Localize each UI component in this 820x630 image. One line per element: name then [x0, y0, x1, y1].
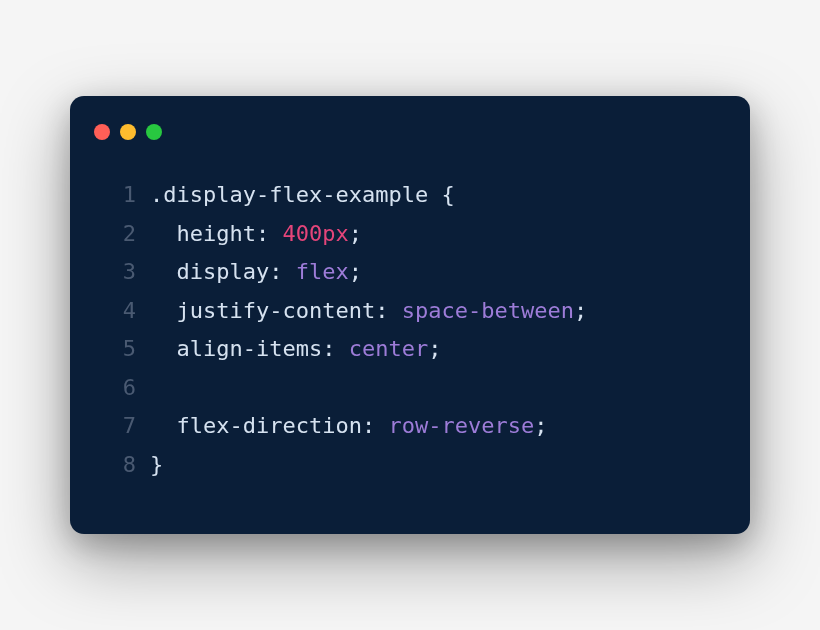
code-content: justify-content: space-between; [150, 292, 587, 331]
line-number: 2 [100, 215, 136, 254]
code-token [150, 413, 177, 438]
line-number: 4 [100, 292, 136, 331]
zoom-icon[interactable] [146, 124, 162, 140]
code-token [150, 259, 177, 284]
code-token: 400px [282, 221, 348, 246]
code-token: space-between [402, 298, 574, 323]
code-token: : [375, 298, 402, 323]
code-token: : [256, 221, 283, 246]
line-number: 8 [100, 446, 136, 485]
code-token: ; [428, 336, 441, 361]
close-icon[interactable] [94, 124, 110, 140]
line-number: 1 [100, 176, 136, 215]
code-token: .display-flex-example [150, 182, 441, 207]
code-editor-window: 1.display-flex-example {2 height: 400px;… [70, 96, 750, 534]
code-token: : [322, 336, 349, 361]
minimize-icon[interactable] [120, 124, 136, 140]
code-line: 1.display-flex-example { [100, 176, 720, 215]
code-token: justify-content [177, 298, 376, 323]
line-number: 5 [100, 330, 136, 369]
code-token: display [177, 259, 270, 284]
code-token: ; [534, 413, 547, 438]
code-content: flex-direction: row-reverse; [150, 407, 547, 446]
code-token: flex [296, 259, 349, 284]
code-content: display: flex; [150, 253, 362, 292]
line-number: 6 [100, 369, 136, 408]
code-content: align-items: center; [150, 330, 441, 369]
code-line: 2 height: 400px; [100, 215, 720, 254]
code-token [150, 298, 177, 323]
code-line: 8} [100, 446, 720, 485]
code-content: } [150, 446, 163, 485]
code-line: 7 flex-direction: row-reverse; [100, 407, 720, 446]
code-content: height: 400px; [150, 215, 362, 254]
code-token: center [349, 336, 428, 361]
code-token [150, 336, 177, 361]
code-area[interactable]: 1.display-flex-example {2 height: 400px;… [70, 156, 750, 514]
code-token: align-items [177, 336, 323, 361]
line-number: 7 [100, 407, 136, 446]
code-line: 5 align-items: center; [100, 330, 720, 369]
code-token: : [269, 259, 296, 284]
code-token: ; [574, 298, 587, 323]
code-token: flex-direction [177, 413, 362, 438]
code-token: row-reverse [388, 413, 534, 438]
code-token: ; [349, 221, 362, 246]
window-controls [70, 116, 750, 156]
code-token [150, 221, 177, 246]
code-line: 3 display: flex; [100, 253, 720, 292]
code-line: 6 [100, 369, 720, 408]
code-token: } [150, 452, 163, 477]
code-content: .display-flex-example { [150, 176, 455, 215]
line-number: 3 [100, 253, 136, 292]
code-token: ; [349, 259, 362, 284]
code-token: height [177, 221, 256, 246]
code-token: : [362, 413, 389, 438]
code-token: { [441, 182, 454, 207]
code-line: 4 justify-content: space-between; [100, 292, 720, 331]
